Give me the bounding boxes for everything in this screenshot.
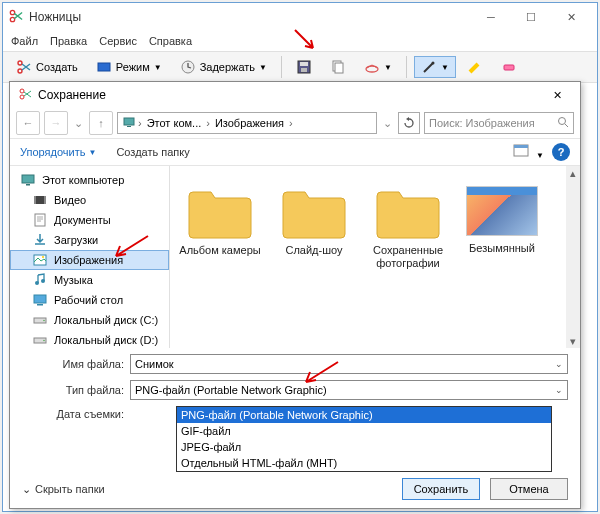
breadcrumb[interactable]: › Этот ком... › Изображения › xyxy=(117,112,377,134)
svg-rect-10 xyxy=(335,63,343,73)
sidebar: Этот компьютер Видео Документы Загрузки … xyxy=(10,166,170,348)
svg-point-36 xyxy=(43,340,45,342)
drive-icon xyxy=(32,332,48,348)
nav-bar: ← → ⌄ ↑ › Этот ком... › Изображения › ⌄ … xyxy=(10,108,580,138)
file-item[interactable]: Слайд-шоу xyxy=(270,176,358,338)
svg-rect-20 xyxy=(514,145,528,148)
svg-point-18 xyxy=(559,118,566,125)
sidebar-item-disk-c[interactable]: Локальный диск (C:) xyxy=(10,310,169,330)
film-icon xyxy=(32,192,48,208)
help-button[interactable]: ? xyxy=(552,143,570,161)
svg-point-29 xyxy=(35,281,39,285)
date-label: Дата съемки: xyxy=(50,408,130,420)
close-button[interactable]: ✕ xyxy=(551,4,591,30)
sidebar-item-desktop[interactable]: Рабочий стол xyxy=(10,290,169,310)
svg-point-15 xyxy=(20,89,24,93)
pen-button[interactable]: ▼ xyxy=(414,56,456,78)
folder-icon xyxy=(185,182,255,240)
menu-service[interactable]: Сервис xyxy=(99,35,137,47)
option-mht[interactable]: Отдельный HTML-файл (MHT) xyxy=(177,455,551,471)
folder-icon xyxy=(373,182,443,240)
up-button[interactable]: ↑ xyxy=(89,111,113,135)
sidebar-item-music[interactable]: Музыка xyxy=(10,270,169,290)
svg-point-2 xyxy=(18,69,22,73)
svg-rect-25 xyxy=(44,196,46,204)
maximize-button[interactable]: ☐ xyxy=(511,4,551,30)
chevron-down-icon[interactable]: ⌄ xyxy=(381,117,394,130)
mail-button[interactable]: ▼ xyxy=(357,56,399,78)
refresh-button[interactable] xyxy=(398,112,420,134)
svg-point-34 xyxy=(43,320,45,322)
sidebar-item-pictures[interactable]: Изображения xyxy=(10,250,169,270)
file-area[interactable]: Альбом камеры Слайд-шоу Сохраненные фото… xyxy=(170,166,580,348)
chevron-down-icon: ▼ xyxy=(384,63,392,72)
scrollbar[interactable]: ▴▾ xyxy=(566,166,580,348)
sidebar-item-this-pc[interactable]: Этот компьютер xyxy=(10,170,169,190)
search-input[interactable]: Поиск: Изображения xyxy=(424,112,574,134)
mode-button[interactable]: Режим ▼ xyxy=(89,56,169,78)
chevron-down-icon: ▼ xyxy=(441,63,449,72)
new-button[interactable]: Создать xyxy=(9,56,85,78)
file-item[interactable]: Альбом камеры xyxy=(176,176,264,338)
sidebar-item-disk-d[interactable]: Локальный диск (D:) xyxy=(10,330,169,348)
view-button[interactable]: ▼ xyxy=(513,144,544,160)
forward-button[interactable]: → xyxy=(44,111,68,135)
pen-icon xyxy=(421,59,437,75)
menubar: Файл Правка Сервис Справка xyxy=(3,31,597,51)
save-dialog: Сохранение ✕ ← → ⌄ ↑ › Этот ком... › Изо… xyxy=(9,81,581,509)
minimize-button[interactable]: ─ xyxy=(471,4,511,30)
option-png[interactable]: PNG-файл (Portable Network Graphic) xyxy=(177,407,551,423)
dialog-toolbar: Упорядочить ▼ Создать папку ▼ ? xyxy=(10,138,580,166)
back-button[interactable]: ← xyxy=(16,111,40,135)
copy-button[interactable] xyxy=(323,56,353,78)
new-folder-button[interactable]: Создать папку xyxy=(116,146,189,158)
svg-rect-26 xyxy=(35,214,45,226)
scissors-icon xyxy=(16,59,32,75)
filename-input[interactable]: Снимок⌄ xyxy=(130,354,568,374)
eraser-icon xyxy=(501,59,517,75)
menu-help[interactable]: Справка xyxy=(149,35,192,47)
main-toolbar: Создать Режим ▼ Задержать ▼ ▼ ▼ xyxy=(3,51,597,83)
rect-icon xyxy=(96,59,112,75)
copy-icon xyxy=(330,59,346,75)
dialog-footer: ⌄ Скрыть папки Сохранить Отмена xyxy=(22,478,568,500)
menu-edit[interactable]: Правка xyxy=(50,35,87,47)
svg-point-3 xyxy=(18,61,22,65)
filename-label: Имя файла: xyxy=(50,358,130,370)
chevron-down-icon: ⌄ xyxy=(22,483,31,496)
save-button[interactable]: Сохранить xyxy=(402,478,480,500)
music-icon xyxy=(32,272,48,288)
svg-rect-13 xyxy=(504,65,514,70)
file-item[interactable]: Безымянный xyxy=(458,176,546,338)
doc-icon xyxy=(32,212,48,228)
file-item[interactable]: Сохраненные фотографии xyxy=(364,176,452,338)
scissors-icon xyxy=(9,9,23,25)
sidebar-item-video[interactable]: Видео xyxy=(10,190,169,210)
search-icon xyxy=(557,116,569,130)
titlebar: Ножницы ─ ☐ ✕ xyxy=(3,3,597,31)
download-icon xyxy=(32,232,48,248)
svg-rect-22 xyxy=(26,184,30,186)
save-button[interactable] xyxy=(289,56,319,78)
sidebar-item-downloads[interactable]: Загрузки xyxy=(10,230,169,250)
highlighter-button[interactable] xyxy=(460,56,490,78)
dialog-title: Сохранение xyxy=(38,88,542,102)
option-jpeg[interactable]: JPEG-файл xyxy=(177,439,551,455)
organize-button[interactable]: Упорядочить ▼ xyxy=(20,146,96,158)
chevron-down-icon[interactable]: ⌄ xyxy=(72,117,85,130)
chevron-down-icon: ▼ xyxy=(154,63,162,72)
cancel-button[interactable]: Отмена xyxy=(490,478,568,500)
eraser-button[interactable] xyxy=(494,56,524,78)
sidebar-item-documents[interactable]: Документы xyxy=(10,210,169,230)
image-thumb xyxy=(466,186,538,236)
delay-button[interactable]: Задержать ▼ xyxy=(173,56,274,78)
svg-rect-31 xyxy=(34,295,46,303)
picture-icon xyxy=(32,252,48,268)
hide-folders-button[interactable]: ⌄ Скрыть папки xyxy=(22,483,105,496)
option-gif[interactable]: GIF-файл xyxy=(177,423,551,439)
desktop-icon xyxy=(32,292,48,308)
highlighter-icon xyxy=(467,59,483,75)
menu-file[interactable]: Файл xyxy=(11,35,38,47)
filetype-select[interactable]: PNG-файл (Portable Network Graphic)⌄ xyxy=(130,380,568,400)
close-button[interactable]: ✕ xyxy=(542,85,572,105)
